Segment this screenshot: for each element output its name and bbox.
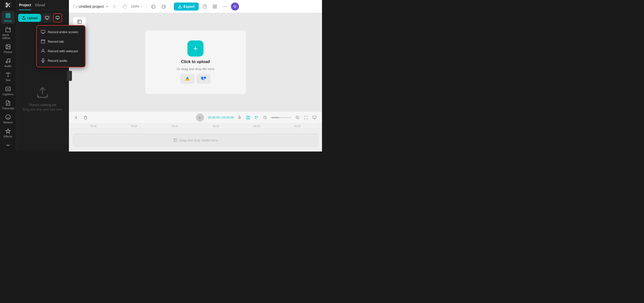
record-dropdown-menu: Record entire screen Record tab Record w… [36,25,86,67]
svg-rect-16 [41,30,45,33]
ruler-25: 00:25 [277,125,318,128]
divider [146,4,146,10]
zoom-out-timeline[interactable] [262,114,269,121]
svg-marker-35 [199,116,201,119]
svg-rect-17 [41,40,45,43]
svg-line-41 [266,118,267,119]
svg-rect-33 [78,20,82,24]
sidebar-item-photos[interactable]: Photos [1,42,15,55]
record-webcam-item[interactable]: Record with webcam [37,46,85,56]
svg-line-4 [7,4,8,5]
record-audio-label: Record audio [48,59,67,63]
svg-point-32 [223,6,224,7]
svg-rect-36 [246,116,248,119]
upload-plus-button[interactable]: + [187,40,204,57]
ruler-20: 00:20 [236,125,277,128]
empty-state-sub: Drag and drop your files here [23,108,62,111]
zoom-in-timeline[interactable] [294,114,301,121]
sidebar-item-text[interactable]: Text [1,70,15,83]
sidebar-item-more[interactable] [1,140,15,149]
delete-button[interactable] [82,114,89,121]
main-area: Untitled project 100% [69,0,322,152]
play-button[interactable] [111,3,119,11]
svg-rect-47 [313,116,316,118]
svg-rect-14 [46,16,49,19]
svg-rect-5 [6,14,10,18]
upload-button[interactable]: Upload [18,14,41,22]
mobile-record-button[interactable] [43,13,52,22]
timeline-ruler: 00:00 00:05 00:10 00:15 00:20 00:25 [69,124,322,129]
sidebar-item-label: Captions [3,93,13,96]
more-options-button[interactable] [211,3,219,11]
record-tab-item[interactable]: Record tab [37,37,85,46]
svg-point-31 [226,6,226,7]
record-audio-item[interactable]: Record audio [37,56,85,65]
svg-rect-28 [215,7,216,8]
svg-rect-29 [213,7,214,8]
hand-tool-button[interactable] [121,3,129,11]
timeline: 00:00:00 | 00:00:00 [69,111,322,152]
upload-subtitle: Or drag and drop file here [177,67,214,71]
sidebar-item-media[interactable]: Media [1,11,15,24]
user-avatar[interactable]: U [231,3,239,11]
trim-button[interactable] [73,114,80,121]
svg-rect-27 [215,5,216,6]
svg-line-3 [9,6,10,7]
drag-drop-label: Drag and drop media here [179,138,218,142]
ruler-10: 00:10 [155,125,195,128]
mic-button[interactable] [236,114,243,121]
timeline-play-button[interactable] [196,114,204,122]
screen-record-button[interactable] [53,13,62,22]
time-display: 00:00:00 | 00:00:00 [208,116,234,119]
monitor-button[interactable] [311,114,318,121]
undo-button[interactable] [149,3,157,11]
tab-project[interactable]: Project [19,3,31,10]
icon-sidebar: Media Stock videos Photos Audio Text Cap… [0,0,16,152]
sidebar-item-label: Stickers [3,121,13,124]
svg-line-44 [298,118,299,119]
project-name[interactable]: Untitled project [78,4,109,9]
google-drive-button[interactable] [180,74,194,84]
fullscreen-timeline[interactable] [302,114,309,121]
sidebar-item-stock-videos[interactable]: Stock videos [1,25,15,41]
empty-state-title: There's nothing yet [23,103,62,107]
ruler-05: 00:05 [114,125,154,128]
svg-point-12 [6,115,10,119]
record-entire-screen-item[interactable]: Record entire screen [37,27,85,37]
app-logo[interactable] [4,2,13,8]
drag-drop-track[interactable]: Drag and drop media here [73,134,318,147]
sidebar-item-label: Effects [4,135,12,138]
export-button[interactable]: Export [174,3,198,11]
dropbox-button[interactable] [196,74,211,84]
timeline-controls: 00:00:00 | 00:00:00 [69,112,322,124]
sidebar-item-label: Audio [4,65,11,68]
cloud-buttons [180,74,211,84]
panel-collapse-arrow[interactable]: ‹ [67,71,72,81]
ruler-00: 00:00 [73,125,114,128]
svg-point-18 [42,49,44,51]
svg-point-10 [9,61,10,63]
split-button[interactable] [245,114,252,121]
ruler-15: 00:15 [195,125,236,128]
svg-point-0 [6,3,7,4]
sidebar-item-label: Media [4,19,12,22]
redo-button[interactable] [159,3,168,11]
canvas-area: Ratio + Click to upload Or drag and drop… [69,13,322,111]
sidebar-item-audio[interactable]: Audio [1,56,15,69]
extra-menu-button[interactable] [221,3,229,11]
top-bar: Untitled project 100% [69,0,322,13]
upload-title: Click to upload [181,60,210,64]
sidebar-item-transcript[interactable]: Transcript [1,98,15,111]
zoom-slider[interactable] [271,117,291,118]
cloud-save-icon [73,5,77,9]
sidebar-item-stickers[interactable]: Stickers [1,112,15,125]
help-button[interactable] [201,3,209,11]
sidebar-item-effects[interactable]: Effects [1,126,15,139]
tab-cloud[interactable]: Cloud [35,3,45,10]
zoom-display[interactable]: 100% [131,5,143,8]
timeline-right-controls [236,114,318,121]
sidebar-item-captions[interactable]: Captions [1,84,15,97]
timeline-track-area[interactable]: Drag and drop media here [69,129,322,152]
left-panel: Project Cloud Upload Record entire scree… [16,0,69,152]
crop-timeline-button[interactable] [253,114,260,121]
